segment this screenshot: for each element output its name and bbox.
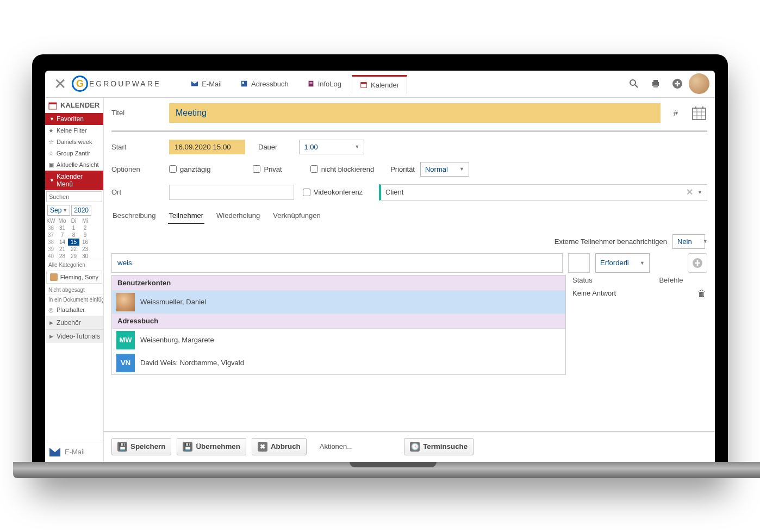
result-item[interactable]: VN David Weis: Nordtømme, Vigvald — [112, 352, 565, 374]
favorite-item[interactable]: ☆Daniels week — [45, 136, 103, 148]
status-filter[interactable]: Nicht abgesagt — [45, 285, 103, 295]
apply-icon: 💾 — [183, 442, 192, 452]
clear-icon[interactable]: ✕ — [686, 187, 693, 197]
search-icon[interactable] — [624, 73, 644, 94]
app-tabs: E-Mail Adressbuch InfoLog Kalender — [172, 74, 624, 93]
result-section-header: Benutzerkonten — [112, 276, 565, 291]
actions-menu[interactable]: Aktionen... — [312, 442, 360, 450]
result-item[interactable]: Weissmueller, Daniel — [112, 291, 565, 314]
result-section-header: Adressbuch — [112, 314, 565, 329]
participant-status[interactable]: Keine Antwort — [572, 287, 658, 300]
sidebar-section[interactable]: ▶Video-Tutorials — [45, 329, 103, 343]
mail-icon — [49, 448, 60, 456]
svg-rect-8 — [653, 80, 658, 82]
year-select[interactable]: 2020 — [71, 205, 91, 216]
tab-links[interactable]: Verknüpfungen — [272, 208, 321, 224]
doc-insert[interactable]: In ein Dokument einfügen — [45, 295, 103, 304]
options-label: Optionen — [111, 165, 164, 173]
svg-line-6 — [635, 85, 638, 87]
tab-description[interactable]: Beschreibung — [111, 208, 157, 224]
svg-point-5 — [630, 80, 636, 85]
tab-email[interactable]: E-Mail — [183, 74, 230, 93]
title-input[interactable] — [169, 103, 661, 123]
mini-cal-head: KWMoDiMi — [45, 217, 103, 224]
close-icon[interactable]: ✕ — [48, 75, 72, 93]
participant-search-input[interactable] — [111, 253, 563, 273]
sidebar-email[interactable]: E-Mail — [45, 442, 103, 462]
tab-infolog[interactable]: InfoLog — [299, 74, 350, 93]
owner-avatar-icon — [50, 273, 58, 281]
main-content: Titel # Start Dauer 1:00▼ Optionen gan — [104, 98, 715, 462]
svg-rect-9 — [653, 85, 658, 87]
title-label: Titel — [111, 109, 164, 117]
notify-label: Externe Teilnehmer benachrichtigen — [555, 237, 667, 246]
add-participant-button[interactable] — [688, 253, 707, 273]
result-item[interactable]: MW Weisenburg, Margarete — [112, 329, 565, 352]
tab-recurrence[interactable]: Wiederholung — [215, 208, 261, 224]
duration-select[interactable]: 1:00▼ — [299, 140, 364, 154]
favorite-item[interactable]: ▣Aktuelle Ansicht — [45, 159, 103, 171]
clock-icon: 🕓 — [410, 442, 420, 452]
mini-calendar[interactable]: 36311237789381415163921222340282930 — [45, 224, 103, 260]
videoconf-checkbox[interactable]: Videokonferenz — [303, 188, 363, 196]
trash-icon[interactable]: 🗑 — [697, 289, 706, 298]
role-select[interactable]: Erforderlich▼ — [595, 253, 650, 273]
save-button[interactable]: 💾Speichern — [111, 438, 171, 455]
svg-rect-15 — [702, 107, 703, 109]
owner-chip[interactable]: Fleming, Sony — [46, 271, 102, 284]
initials-avatar-icon: VN — [116, 354, 135, 372]
notify-select[interactable]: Nein▼ — [672, 234, 705, 249]
quantity-input[interactable] — [568, 253, 590, 273]
favorite-item[interactable]: ★Keine Filter — [45, 125, 103, 136]
user-avatar-icon — [116, 293, 135, 311]
footer-bar: 💾Speichern 💾Übernehmen ✖Abbruch Aktionen… — [104, 431, 715, 462]
hash-icon[interactable]: # — [666, 108, 686, 117]
tab-participants[interactable]: Teilnehmer — [168, 208, 205, 224]
svg-rect-13 — [693, 108, 706, 120]
sidebar: KALENDER ▼Favoriten ★Keine Filter ☆Danie… — [45, 98, 104, 462]
category-select[interactable]: Client ✕ ▼ — [379, 184, 707, 201]
chevron-down-icon[interactable]: ▼ — [697, 190, 702, 195]
user-avatar[interactable] — [689, 73, 709, 94]
all-categories[interactable]: Alle Kategorien — [45, 260, 103, 270]
status-column: StatusBefehle Keine Antwort 🗑 — [571, 275, 707, 375]
placeholder-item[interactable]: ◎Platzhalter — [45, 304, 103, 316]
calendar-icon — [48, 101, 57, 110]
sidebar-title: KALENDER — [45, 98, 103, 113]
priority-label: Priorität — [390, 165, 415, 173]
autocomplete-results: Benutzerkonten Weissmueller, Daniel Adre… — [111, 275, 566, 375]
fullday-checkbox[interactable]: ganztägig — [169, 165, 210, 173]
top-bar: ✕ G EGROUPWARE E-Mail Adressbuch InfoLog… — [45, 71, 715, 98]
logo-text: EGROUPWARE — [89, 79, 161, 88]
sidebar-search-input[interactable] — [46, 191, 102, 202]
start-datetime-input[interactable] — [169, 140, 245, 154]
favorite-item[interactable]: ☆Group Zantir — [45, 148, 103, 159]
save-icon: 💾 — [117, 442, 127, 452]
cancel-button[interactable]: ✖Abbruch — [252, 438, 307, 455]
private-checkbox[interactable]: Privat — [253, 165, 282, 173]
apply-button[interactable]: 💾Übernehmen — [177, 438, 246, 455]
tab-calendar[interactable]: Kalender — [352, 75, 407, 94]
print-icon[interactable] — [645, 73, 666, 94]
menu-heading[interactable]: ▼Kalender Menü — [45, 171, 103, 190]
location-input[interactable] — [169, 185, 294, 200]
priority-select[interactable]: Normal▼ — [420, 162, 469, 177]
calendar-view-icon[interactable] — [691, 105, 707, 121]
appointment-search-button[interactable]: 🕓Terminsuche — [404, 438, 474, 455]
participant-row: Keine Antwort 🗑 — [572, 287, 706, 300]
svg-rect-1 — [242, 82, 245, 84]
initials-avatar-icon: MW — [116, 331, 135, 349]
commands-header: Befehle — [659, 276, 706, 286]
nonblocking-checkbox[interactable]: nicht blockierend — [310, 165, 375, 173]
status-header: Status — [572, 276, 658, 286]
add-icon[interactable] — [667, 73, 688, 94]
location-label: Ort — [111, 188, 164, 196]
tab-addressbook[interactable]: Adressbuch — [232, 74, 297, 93]
favorites-heading[interactable]: ▼Favoriten — [45, 113, 103, 125]
svg-rect-14 — [695, 107, 696, 109]
sidebar-section[interactable]: ▶Zubehör — [45, 316, 103, 329]
logo-g-icon: G — [72, 76, 88, 92]
app-logo: G EGROUPWARE — [72, 76, 172, 92]
start-label: Start — [111, 143, 164, 151]
month-select[interactable]: Sep▼ — [47, 205, 70, 216]
